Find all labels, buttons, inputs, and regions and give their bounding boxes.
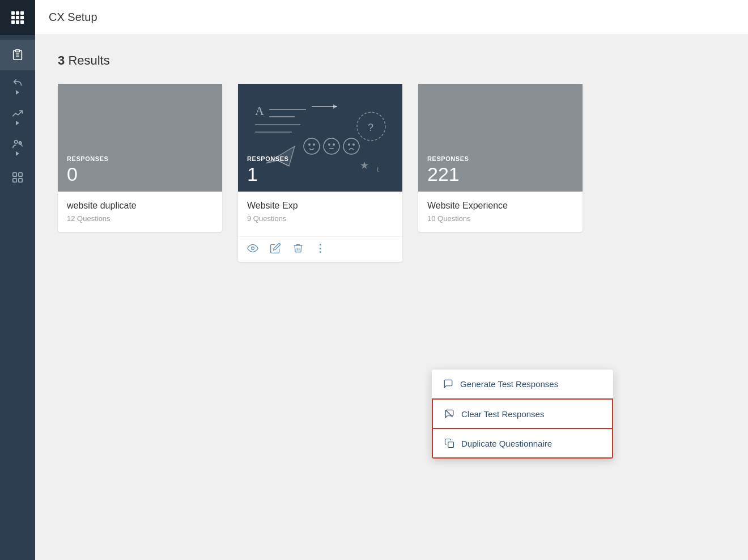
survey-card-2: A (238, 84, 402, 262)
more-button[interactable]: ⋮ (315, 243, 326, 253)
sidebar-item-share[interactable] (0, 70, 35, 101)
svg-point-25 (352, 143, 355, 146)
svg-point-3 (15, 141, 18, 144)
card-title-1: website duplicate (67, 201, 213, 211)
sidebar-arrow3 (16, 151, 19, 156)
cards-row: RESPONSES 0 website duplicate 12 Questio… (58, 84, 725, 262)
share-icon (11, 77, 24, 89)
svg-rect-7 (19, 173, 22, 176)
svg-point-21 (328, 143, 330, 146)
svg-point-19 (308, 143, 311, 146)
card-title-3: Website Experience (427, 201, 573, 211)
svg-point-24 (348, 143, 350, 146)
clear-test-responses-item[interactable]: Clear Test Responses (432, 398, 613, 429)
card-image-2: A (238, 84, 402, 192)
grid-apps-icon (11, 171, 24, 184)
edit-button[interactable] (270, 243, 281, 254)
results-header: 3 Results (58, 53, 725, 68)
card-label-1: RESPONSES (67, 155, 108, 162)
card-subtitle-2: 9 Questions (247, 214, 393, 223)
edit-icon (270, 243, 281, 254)
sidebar-arrow (16, 90, 19, 95)
duplicate-questionnaire-item[interactable]: Duplicate Questionnaire (432, 429, 613, 459)
main-content: CX Setup 3 Results RESPONSES 0 website d… (35, 0, 748, 560)
card-stats-1: RESPONSES 0 (67, 155, 108, 184)
generate-test-responses-item[interactable]: Generate Test Responses (432, 370, 613, 398)
svg-rect-9 (19, 179, 22, 182)
svg-rect-6 (13, 173, 16, 176)
sidebar-item-clipboard[interactable] (0, 40, 35, 70)
page-title: CX Setup (49, 11, 97, 24)
svg-text:t: t (377, 165, 379, 173)
card-count-2: 1 (247, 164, 288, 184)
svg-text:A: A (255, 104, 264, 118)
svg-point-18 (343, 138, 359, 154)
card-subtitle-3: 10 Questions (427, 214, 573, 223)
svg-point-31 (252, 247, 254, 250)
svg-marker-15 (333, 104, 337, 109)
svg-rect-0 (15, 50, 19, 52)
sidebar (0, 0, 35, 560)
chat-icon (443, 379, 453, 389)
svg-point-22 (333, 143, 335, 146)
generate-test-responses-label: Generate Test Responses (460, 379, 558, 389)
duplicate-icon (444, 438, 454, 448)
dropdown-menu: Generate Test Responses Clear Test Respo… (432, 370, 613, 459)
sidebar-nav (0, 35, 35, 193)
sidebar-item-signal[interactable] (0, 101, 35, 131)
card-stats-3: RESPONSES 221 (427, 155, 469, 184)
svg-rect-33 (448, 442, 454, 448)
topbar: CX Setup (35, 0, 748, 35)
delete-button[interactable] (292, 243, 304, 254)
card-title-2: Website Exp (247, 201, 393, 211)
card-body-2: Website Exp 9 Questions (238, 192, 402, 232)
results-count: 3 (58, 53, 65, 67)
clear-test-responses-label: Clear Test Responses (461, 409, 544, 419)
svg-text:★: ★ (360, 160, 369, 171)
app-launcher[interactable] (0, 0, 35, 35)
grid-icon (11, 11, 24, 24)
svg-point-20 (313, 143, 315, 146)
card-subtitle-1: 12 Questions (67, 214, 213, 223)
eye-icon (247, 243, 258, 254)
survey-card-3: RESPONSES 221 Website Experience 10 Ques… (418, 84, 583, 232)
card-actions-2: ⋮ (238, 236, 402, 262)
trash-icon (292, 243, 304, 254)
view-button[interactable] (247, 243, 258, 254)
card-body-3: Website Experience 10 Questions (418, 192, 583, 232)
sidebar-item-grid-apps[interactable] (0, 162, 35, 193)
svg-point-17 (324, 138, 339, 154)
card-label-3: RESPONSES (427, 155, 469, 162)
results-label: Results (68, 53, 109, 67)
survey-card-1: RESPONSES 0 website duplicate 12 Questio… (58, 84, 222, 232)
duplicate-questionnaire-label: Duplicate Questionnaire (461, 439, 552, 448)
svg-text:?: ? (368, 122, 373, 133)
card-body-1: website duplicate 12 Questions (58, 192, 222, 232)
clipboard-icon (11, 49, 24, 61)
svg-rect-8 (13, 179, 16, 182)
team-settings-icon (11, 138, 24, 150)
card-count-3: 221 (427, 164, 469, 184)
card-image-1: RESPONSES 0 (58, 84, 222, 192)
svg-point-16 (304, 138, 320, 154)
card-stats-2: RESPONSES 1 (247, 155, 288, 184)
card-image-3: RESPONSES 221 (418, 84, 583, 192)
clear-chat-icon (444, 409, 454, 419)
sidebar-item-team-settings[interactable] (0, 131, 35, 162)
card-label-2: RESPONSES (247, 155, 288, 162)
content-area: 3 Results RESPONSES 0 website duplicate … (35, 35, 748, 560)
card-count-1: 0 (67, 164, 108, 184)
signal-icon (11, 107, 24, 120)
sidebar-arrow2 (16, 121, 19, 125)
